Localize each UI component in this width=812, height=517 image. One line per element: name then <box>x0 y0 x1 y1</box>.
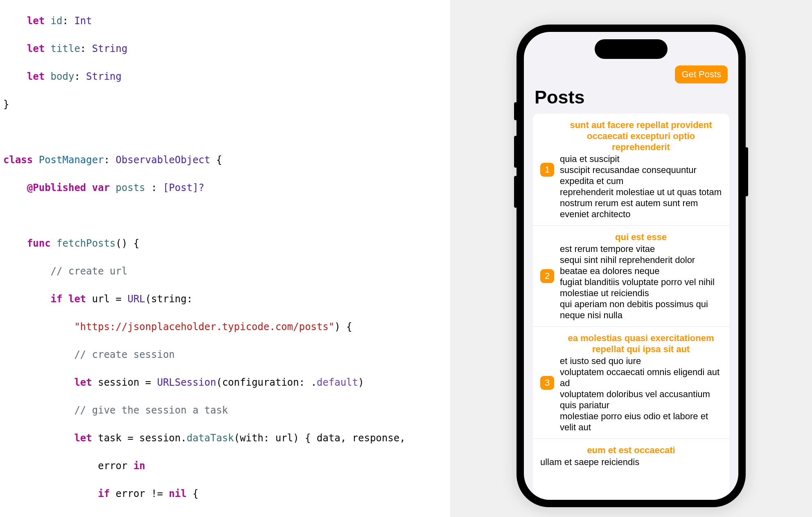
post-title: sunt aut facere repellat provident occae… <box>560 119 722 153</box>
kw-let: let <box>27 15 45 27</box>
volume-up-button <box>514 136 517 168</box>
iphone-screen: Get Posts Posts 1 sunt aut facere repell… <box>524 32 738 500</box>
post-title: qui est esse <box>560 232 722 243</box>
simulator-pane: Get Posts Posts 1 sunt aut facere repell… <box>450 0 812 517</box>
code-block: let id: Int let title: String let body: … <box>0 0 450 517</box>
class-postmanager: PostManager <box>39 154 104 166</box>
string-url: "https://jsonplaceholder.typicode.com/po… <box>74 321 334 333</box>
volume-down-button <box>514 176 517 208</box>
post-body: est rerum tempore vitae sequi sint nihil… <box>560 243 722 321</box>
post-body: ullam et saepe reiciendis <box>540 456 722 468</box>
list-item[interactable]: 3 ea molestias quasi exercitationem repe… <box>533 327 729 439</box>
power-button <box>745 147 748 196</box>
list-item[interactable]: 1 sunt aut facere repellat provident occ… <box>533 114 729 226</box>
post-body: et iusto sed quo iure voluptatem occaeca… <box>560 355 722 433</box>
page-title: Posts <box>535 87 728 108</box>
post-id-badge: 2 <box>540 269 554 283</box>
silence-switch-icon <box>514 102 517 120</box>
post-title: eum et est occaecati <box>540 445 722 456</box>
post-body: quia et suscipit suscipit recusandae con… <box>560 153 722 220</box>
prop-id: id <box>51 15 63 27</box>
iphone-frame: Get Posts Posts 1 sunt aut facere repell… <box>517 25 746 507</box>
list-item[interactable]: eum et est occaecati ullam et saepe reic… <box>533 439 729 469</box>
code-editor[interactable]: let id: Int let title: String let body: … <box>0 0 450 517</box>
post-id-badge: 3 <box>540 376 554 390</box>
list-item[interactable]: 2 qui est esse est rerum tempore vitae s… <box>533 226 729 327</box>
dynamic-island-icon <box>595 39 668 59</box>
post-title: ea molestias quasi exercitationem repell… <box>560 333 722 355</box>
func-fetchposts: fetchPosts <box>56 238 116 249</box>
posts-list[interactable]: 1 sunt aut facere repellat provident occ… <box>533 114 729 500</box>
type-int: Int <box>74 15 92 27</box>
get-posts-button[interactable]: Get Posts <box>675 65 728 83</box>
post-id-badge: 1 <box>540 163 554 177</box>
